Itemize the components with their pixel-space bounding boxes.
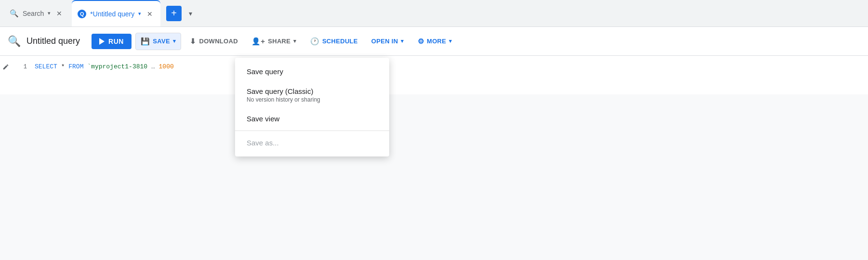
download-button[interactable]: ⬇ DOWNLOAD — [185, 33, 243, 50]
tab-search[interactable]: 🔍 Search ▾ ✕ — [4, 0, 70, 26]
save-dropdown-menu: Save query Save query (Classic) No versi… — [235, 58, 389, 94]
run-label: RUN — [108, 38, 124, 45]
schedule-button[interactable]: 🕐 SCHEDULE — [305, 33, 363, 50]
save-button[interactable]: 💾 SAVE ▾ — [135, 33, 181, 50]
tab-search-label: Search — [23, 10, 44, 17]
tab-untitled-query[interactable]: Q *Untitled query ▾ ✕ — [72, 0, 160, 26]
save-icon: 💾 — [141, 37, 150, 46]
new-tab-button[interactable]: + — [166, 6, 182, 21]
tab-untitled-query-dropdown[interactable]: ▾ — [138, 11, 141, 17]
dropdown-arrow-icon[interactable]: ▾ — [48, 10, 51, 16]
share-button[interactable]: 👤+ SHARE ▾ — [247, 33, 302, 50]
open-in-label: OPEN IN — [371, 38, 398, 45]
share-label: SHARE — [268, 38, 290, 45]
editor-area[interactable]: 1 SELECT * FROM `myproject1-3810 … 1000 — [0, 56, 868, 94]
code-select: SELECT — [35, 63, 57, 70]
tab-untitled-query-label: *Untitled query — [90, 10, 134, 18]
search-icon: 🔍 — [10, 9, 19, 18]
line-number-1: 1 — [12, 62, 31, 72]
play-icon — [99, 38, 105, 45]
chevron-down-icon: ▾ — [189, 10, 192, 17]
code-from: FROM — [68, 63, 83, 70]
more-button[interactable]: ⚙ MORE ▾ — [413, 33, 457, 50]
tab-actions: + ▾ — [162, 0, 201, 26]
code-limit-val: 1000 — [159, 63, 174, 70]
query-title: Untitled query — [26, 36, 80, 46]
more-dropdown-icon: ▾ — [449, 38, 452, 44]
share-dropdown-icon: ▾ — [293, 38, 296, 44]
tab-bar: 🔍 Search ▾ ✕ Q *Untitled query ▾ ✕ + ▾ — [0, 0, 868, 27]
download-icon: ⬇ — [190, 37, 196, 46]
schedule-label: SCHEDULE — [322, 38, 358, 45]
tab-search-close[interactable]: ✕ — [54, 9, 64, 18]
code-line-1: SELECT * FROM `myproject1-3810 … 1000 — [31, 62, 174, 72]
toolbar: 🔍 Untitled query RUN 💾 SAVE ▾ ⬇ DOWNLOAD… — [0, 27, 868, 56]
save-dropdown-arrow-icon: ▾ — [173, 38, 176, 44]
query-search-icon: 🔍 — [8, 35, 21, 48]
more-label: MORE — [427, 38, 446, 45]
plus-icon: + — [171, 8, 177, 19]
tab-untitled-query-close[interactable]: ✕ — [145, 9, 155, 19]
editor-line-1: 1 SELECT * FROM `myproject1-3810 … 1000 — [0, 60, 868, 74]
save-query-label: Save query — [247, 67, 283, 76]
edit-icon — [0, 64, 12, 70]
save-query-option[interactable]: Save query — [235, 62, 389, 81]
download-label: DOWNLOAD — [199, 38, 237, 45]
save-label: SAVE — [153, 38, 170, 45]
schedule-icon: 🕐 — [310, 37, 319, 46]
gear-icon: ⚙ — [418, 37, 424, 46]
save-query-classic-label: Save query (Classic) — [247, 87, 313, 94]
save-query-classic-option[interactable]: Save query (Classic) No version history … — [235, 81, 389, 94]
share-icon: 👤+ — [251, 37, 265, 46]
tab-dropdown-button[interactable]: ▾ — [184, 7, 197, 20]
code-table: `myproject1-3810 — [87, 63, 147, 70]
code-ellipsis: … — [151, 63, 155, 70]
open-in-button[interactable]: OPEN IN ▾ — [367, 34, 409, 49]
code-star: * — [61, 63, 65, 70]
run-button[interactable]: RUN — [92, 34, 132, 49]
bigquery-icon: Q — [78, 10, 86, 18]
open-in-dropdown-icon: ▾ — [401, 38, 404, 44]
